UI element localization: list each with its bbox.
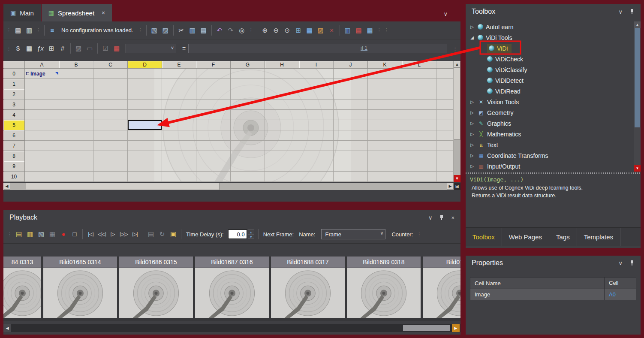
cell-I9[interactable]: [299, 161, 334, 172]
cell-L10[interactable]: [402, 172, 436, 182]
cell-F3[interactable]: [196, 100, 231, 110]
formula-input[interactable]: [189, 44, 447, 53]
close-tab-icon[interactable]: ×: [102, 9, 105, 16]
show-image-icon[interactable]: ▨: [315, 25, 326, 36]
pin-icon[interactable]: [439, 214, 444, 221]
find-icon[interactable]: ◎: [236, 25, 247, 36]
collapse-icon[interactable]: ◢: [469, 35, 475, 40]
frame-thumbnail[interactable]: [347, 268, 421, 318]
cell-H1[interactable]: [265, 79, 299, 89]
collapse-panel-icon[interactable]: ∨: [618, 9, 623, 15]
insert-function-icon[interactable]: ƒx: [35, 43, 46, 54]
column-header-A[interactable]: A: [25, 61, 59, 69]
cell-E0[interactable]: [162, 69, 196, 79]
record-icon[interactable]: ●: [58, 229, 69, 240]
cell-K5[interactable]: [368, 120, 402, 130]
row-header-5[interactable]: 5: [3, 120, 25, 130]
cell-G8[interactable]: [231, 151, 265, 161]
cell-E10[interactable]: [162, 172, 196, 182]
play-button[interactable]: ▷: [107, 229, 118, 240]
column-header-L[interactable]: L: [402, 61, 436, 69]
insert-column-icon[interactable]: ▥: [342, 25, 353, 36]
cell-L4[interactable]: [402, 110, 436, 120]
filmstrip-frame[interactable]: Bild01685 0314: [43, 257, 117, 321]
spin-up-button[interactable]: ▴: [248, 229, 254, 234]
expand-icon[interactable]: ▷: [469, 100, 475, 104]
cell-I10[interactable]: [299, 172, 334, 182]
playback-scrollbar[interactable]: ◀ ▶: [3, 324, 460, 332]
grid-corner-button[interactable]: ⊞: [454, 183, 460, 190]
frame-name-dropdown[interactable]: Frame ∨: [321, 229, 385, 239]
toolbar-overflow-icon[interactable]: ⋮: [384, 27, 389, 33]
cell-I8[interactable]: [299, 151, 334, 161]
redo-icon[interactable]: ↷: [225, 25, 236, 36]
cell-A5[interactable]: [25, 120, 59, 130]
cell-I2[interactable]: [299, 89, 334, 100]
cell-J4[interactable]: [334, 110, 368, 120]
cell-L0[interactable]: [402, 69, 436, 79]
cell-K4[interactable]: [368, 110, 402, 120]
row-header-9[interactable]: 9: [3, 161, 25, 172]
frame-thumbnail[interactable]: [195, 268, 269, 318]
cell-E3[interactable]: [162, 100, 196, 110]
cell-D7[interactable]: [128, 141, 162, 151]
cell-E6[interactable]: [162, 130, 196, 141]
expand-icon[interactable]: ▷: [469, 142, 475, 147]
cell-A10[interactable]: [25, 172, 59, 182]
cell-G5[interactable]: [231, 120, 265, 130]
comment-icon[interactable]: ▭: [84, 43, 95, 54]
cell-K10[interactable]: [368, 172, 402, 182]
cell-F8[interactable]: [196, 151, 231, 161]
cell-F2[interactable]: [196, 89, 231, 100]
toolbox-item-vision-tools[interactable]: ▷✕Vision Tools: [466, 97, 634, 107]
cell-B10[interactable]: [59, 172, 93, 182]
cell-B9[interactable]: [59, 161, 93, 172]
cell-G7[interactable]: [231, 141, 265, 151]
toolbox-item-mathematics[interactable]: ▷╳Mathematics: [466, 129, 634, 139]
cell-K6[interactable]: [368, 130, 402, 141]
cell-F10[interactable]: [196, 172, 231, 182]
cell-H0[interactable]: [265, 69, 299, 79]
last-frame-button[interactable]: ▷|: [129, 229, 141, 240]
export-spreadsheet-icon[interactable]: ▧: [149, 25, 160, 36]
cell-reference-icon[interactable]: #: [57, 43, 68, 54]
cell-I6[interactable]: [299, 130, 334, 141]
cell-L1[interactable]: [402, 79, 436, 89]
cell-B0[interactable]: [59, 69, 93, 79]
cell-H6[interactable]: [265, 130, 299, 141]
toolbox-scroll-thumb[interactable]: [635, 28, 640, 127]
cell-C7[interactable]: [93, 141, 128, 151]
close-panel-icon[interactable]: ×: [451, 214, 454, 221]
expand-icon[interactable]: ▷: [469, 132, 475, 136]
column-header-G[interactable]: G: [231, 61, 265, 69]
next-frame-button[interactable]: ▷▷: [118, 229, 129, 240]
cell-H8[interactable]: [265, 151, 299, 161]
cell-I5[interactable]: [299, 120, 334, 130]
tab-spreadsheet[interactable]: ▦ Spreadsheet ×: [42, 4, 112, 21]
scroll-right-icon[interactable]: ▶: [452, 324, 460, 332]
cell-F9[interactable]: [196, 161, 231, 172]
cut-icon[interactable]: ✂: [176, 25, 187, 36]
toolbar-overflow-icon[interactable]: ⋮: [36, 27, 41, 33]
toolbar-overflow-icon[interactable]: ⋮: [377, 27, 382, 33]
toolbox-item-autolearn[interactable]: ▷AutoLearn: [466, 21, 634, 32]
new-list-icon[interactable]: □: [69, 229, 80, 240]
cell-C6[interactable]: [93, 130, 128, 141]
tab-web-pages[interactable]: Web Pages: [502, 228, 549, 246]
cell-B7[interactable]: [59, 141, 93, 151]
cell-D5[interactable]: [128, 120, 162, 130]
cell-D4[interactable]: [128, 110, 162, 120]
pin-icon[interactable]: [629, 9, 635, 15]
cell-K8[interactable]: [368, 151, 402, 161]
cell-C8[interactable]: [93, 151, 128, 161]
cell-C5[interactable]: [93, 120, 128, 130]
collapse-panel-icon[interactable]: ∨: [428, 214, 433, 221]
cell-H9[interactable]: [265, 161, 299, 172]
cell-H4[interactable]: [265, 110, 299, 120]
cell-D0[interactable]: [128, 69, 162, 79]
scroll-up-icon[interactable]: ▲: [454, 61, 460, 68]
paste-frame-icon[interactable]: ▤: [145, 229, 156, 240]
frame-thumbnail[interactable]: [423, 268, 460, 318]
cell-C1[interactable]: [93, 79, 128, 89]
cell-B1[interactable]: [59, 79, 93, 89]
